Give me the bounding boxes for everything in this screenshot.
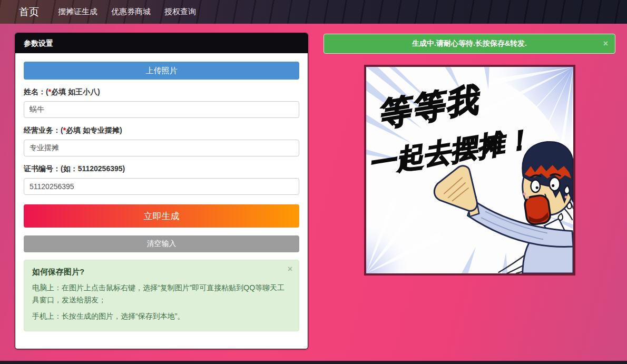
nav-item-authorization-query[interactable]: 授权查询 — [164, 7, 196, 17]
cert-number-field-group: 证书编号：(如：51120256395) — [24, 164, 299, 195]
params-card-header: 参数设置 — [15, 33, 308, 53]
status-alert: 生成中.请耐心等待.长按保存&转发. × — [324, 34, 615, 54]
name-label-hint: 必填 如王小八) — [51, 87, 100, 96]
clear-input-button[interactable]: 清空输入 — [24, 235, 299, 252]
generated-image[interactable]: 等等我 一起去摆摊！ — [364, 65, 575, 276]
help-title: 如何保存图片? — [32, 267, 291, 277]
name-field-group: 姓名：(*必填 如王小八) — [24, 87, 299, 118]
cert-number-field-label: 证书编号：(如：51120256395) — [24, 164, 299, 174]
comic-headline: 等等我 一起去摆摊！ — [367, 81, 534, 179]
upload-photo-button[interactable]: 上传照片 — [24, 62, 299, 80]
help-text-mobile: 手机上：长按生成的图片，选择“保存到本地”。 — [32, 310, 291, 322]
alert-close-icon[interactable]: × — [603, 40, 608, 48]
nav-item-certificate-generator[interactable]: 摆摊证生成 — [58, 7, 97, 17]
cert-number-input[interactable] — [24, 178, 299, 195]
params-card: 参数设置 上传照片 姓名：(*必填 如王小八) 经营业务：(*必填 如专业摆摊)… — [15, 33, 308, 349]
nav-item-coupon-mall[interactable]: 优惠券商城 — [111, 7, 151, 17]
generate-button[interactable]: 立即生成 — [24, 204, 299, 228]
comic-headline-line1: 等等我 — [375, 81, 484, 133]
business-input[interactable] — [24, 140, 299, 156]
business-field-label: 经营业务：(*必填 如专业摆摊) — [24, 126, 299, 135]
help-text-pc: 电脑上：在图片上点击鼠标右键，选择“复制图片”即可直接粘贴到QQ等聊天工具窗口，… — [32, 282, 291, 306]
name-input[interactable] — [24, 101, 299, 118]
footer-strip — [0, 361, 627, 364]
name-field-label: 姓名：(*必填 如王小八) — [24, 87, 299, 97]
cert-number-label-text: 证书编号：(如：51120256395) — [24, 164, 125, 173]
navbar: 首页 摆摊证生成 优惠券商城 授权查询 — [0, 0, 627, 24]
nav-brand-home[interactable]: 首页 — [19, 5, 39, 19]
help-box: × 如何保存图片? 电脑上：在图片上点击鼠标右键，选择“复制图片”即可直接粘贴到… — [24, 260, 299, 331]
comic-svg: 等等我 一起去摆摊！ — [366, 67, 573, 273]
page: 首页 摆摊证生成 优惠券商城 授权查询 参数设置 上传照片 姓名：(*必填 如王… — [0, 0, 627, 364]
params-card-title: 参数设置 — [24, 39, 53, 47]
help-close-icon[interactable]: × — [288, 265, 292, 273]
business-label-hint: 必填 如专业摆摊) — [66, 126, 122, 134]
params-card-body: 上传照片 姓名：(*必填 如王小八) 经营业务：(*必填 如专业摆摊) 证书编号… — [15, 53, 308, 340]
name-label-text: 姓名：( — [24, 87, 48, 96]
business-label-text: 经营业务：( — [24, 126, 63, 134]
status-alert-text: 生成中.请耐心等待.长按保存&转发. — [412, 39, 527, 48]
business-field-group: 经营业务：(*必填 如专业摆摊) — [24, 126, 299, 156]
